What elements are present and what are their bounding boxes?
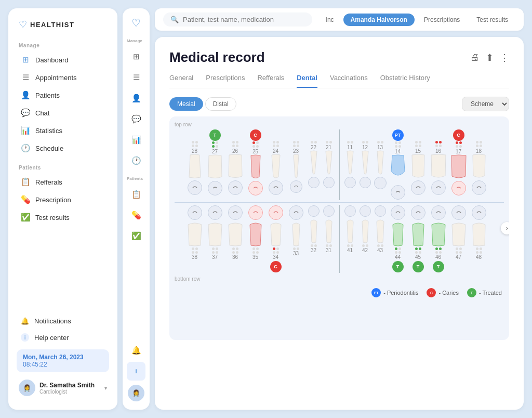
tooth-circle-36[interactable] xyxy=(228,205,243,220)
badge-44: T xyxy=(392,261,404,272)
tooth-circle-47[interactable] xyxy=(451,205,466,220)
tooth-circle-31[interactable] xyxy=(323,205,335,217)
tooth-circle-23[interactable] xyxy=(290,180,302,193)
topbar-tab-test-results[interactable]: Test results xyxy=(469,14,515,26)
more-icon[interactable]: ⋮ xyxy=(500,52,509,63)
icon-sidebar-help-btn[interactable]: i xyxy=(127,362,145,381)
user-profile[interactable]: 👩‍⚕️ Dr. Samatha Smith Cardiologist ▾ xyxy=(17,376,109,399)
topbar-tab-prescriptions[interactable]: Prescriptions xyxy=(417,14,467,26)
tooth-15 xyxy=(409,154,427,180)
sidebar-item-chat[interactable]: 💬 Chat xyxy=(17,104,109,121)
tooth-num-22: 22 xyxy=(311,145,316,150)
sidebar-item-dashboard[interactable]: ⊞ Dashboard xyxy=(17,51,109,68)
tooth-num-31: 31 xyxy=(326,247,331,253)
sidebar-item-statistics[interactable]: 📊 Statistics xyxy=(17,122,109,139)
time-text: 08:45:22 xyxy=(23,361,103,368)
sidebar-notifications[interactable]: 🔔 Notifications xyxy=(17,314,109,329)
icon-sidebar-refferals[interactable]: 📋 xyxy=(127,185,145,204)
tooth-circle-16[interactable] xyxy=(431,180,446,195)
badge-25: C xyxy=(250,129,261,141)
tooth-circle-21[interactable] xyxy=(323,177,335,188)
search-input[interactable] xyxy=(183,16,305,23)
topbar-tab-inc[interactable]: Inc xyxy=(318,14,341,26)
topbar-tab-patient[interactable]: Amanda Halvorson xyxy=(343,14,415,26)
tooth-circle-28[interactable] xyxy=(188,180,202,195)
tooth-circle-17[interactable] xyxy=(451,181,466,195)
tooth-circle-34[interactable] xyxy=(269,205,283,220)
tooth-43 xyxy=(373,217,388,243)
sidebar-item-patients[interactable]: 👤 Patients xyxy=(17,87,109,103)
tooth-circle-48[interactable] xyxy=(472,205,486,220)
tab-prescriptions[interactable]: Prescriptions xyxy=(206,74,245,88)
sidebar-item-schedule[interactable]: 🕐 Schedule xyxy=(17,140,109,156)
tooth-circle-43[interactable] xyxy=(375,205,386,217)
sidebar-item-label: Refferals xyxy=(35,178,62,186)
tooth-circle-11[interactable] xyxy=(344,177,356,188)
tooth-circle-41[interactable] xyxy=(344,205,356,217)
icon-sidebar: ♡ Manage ⊞ ☰ 👤 💬 📊 🕐 Patients 📋 💊 ✅ 🔔 i … xyxy=(123,8,150,410)
tooth-circle-14[interactable] xyxy=(391,185,405,200)
icon-sidebar-patients[interactable]: 👤 xyxy=(127,89,145,108)
tab-dental[interactable]: Dental xyxy=(297,74,317,88)
tooth-circle-12[interactable] xyxy=(360,177,371,188)
tab-refferals[interactable]: Refferals xyxy=(257,74,284,88)
chat-icon: 💬 xyxy=(21,108,30,117)
tooth-num-11: 11 xyxy=(347,145,353,150)
tooth-circle-22[interactable] xyxy=(308,177,320,188)
tooth-circle-38[interactable] xyxy=(188,205,202,220)
icon-sidebar-chat[interactable]: 💬 xyxy=(127,110,145,128)
icon-sidebar-notifications-btn[interactable]: 🔔 xyxy=(127,341,145,360)
tooth-44 xyxy=(389,220,407,246)
tooth-num-45: 45 xyxy=(415,254,421,260)
icon-sidebar-test-results[interactable]: ✅ xyxy=(127,227,145,245)
tooth-view-buttons: Mesial Distal xyxy=(169,97,236,111)
distal-view-btn[interactable]: Distal xyxy=(205,97,236,111)
icon-sidebar-schedule[interactable]: 🕐 xyxy=(127,151,145,170)
tooth-circle-37[interactable] xyxy=(208,205,222,220)
tooth-circle-33[interactable] xyxy=(289,205,303,220)
tooth-circle-26[interactable] xyxy=(228,180,243,195)
tab-obstetric[interactable]: Obstetric History xyxy=(380,74,430,88)
tooth-circle-18[interactable] xyxy=(472,180,486,195)
icon-check: ✅ xyxy=(131,231,141,241)
tooth-13 xyxy=(373,150,388,176)
tooth-circle-24[interactable] xyxy=(269,180,283,195)
icon-sidebar-appointments[interactable]: ☰ xyxy=(127,68,145,87)
tooth-circle-42[interactable] xyxy=(360,205,371,217)
tooth-circle-15[interactable] xyxy=(411,180,425,195)
sidebar-help-center[interactable]: i Help center xyxy=(17,330,109,345)
mesial-view-btn[interactable]: Mesial xyxy=(169,97,203,111)
icon-sidebar-statistics[interactable]: 📊 xyxy=(127,130,145,149)
tooth-circle-45[interactable] xyxy=(411,205,425,220)
print-icon[interactable]: 🖨 xyxy=(470,52,480,63)
badge-45: T xyxy=(413,261,424,272)
main-content: 🔍 Inc Amanda Halvorson Prescriptions Tes… xyxy=(150,0,532,418)
icon-sidebar-dashboard[interactable]: ⊞ xyxy=(127,47,145,66)
search-box[interactable]: 🔍 xyxy=(163,12,312,27)
legend-t: T - Treated xyxy=(467,288,502,297)
tab-vaccinations[interactable]: Vaccinations xyxy=(330,74,368,88)
sidebar-item-prescription[interactable]: 💊 Prescription xyxy=(17,191,109,208)
scheme-select[interactable]: Scheme xyxy=(462,97,509,111)
sidebar-item-appointments[interactable]: ☰ Appointments xyxy=(17,69,109,86)
tooth-circle-13[interactable] xyxy=(374,177,387,189)
tooth-circle-35[interactable] xyxy=(248,205,263,220)
heart-icon: ♡ xyxy=(131,17,141,29)
sidebar-item-test-results[interactable]: ✅ Test results xyxy=(17,209,109,226)
icon-sidebar-prescription[interactable]: 💊 xyxy=(127,206,145,225)
sidebar-item-refferals[interactable]: 📋 Refferals xyxy=(17,174,109,190)
tooth-num-16: 16 xyxy=(435,148,441,154)
tooth-circle-25[interactable] xyxy=(248,181,263,195)
export-icon[interactable]: ⬆ xyxy=(486,52,494,63)
tooth-46 xyxy=(430,220,447,246)
tab-general[interactable]: General xyxy=(169,74,193,88)
tooth-circle-32[interactable] xyxy=(308,205,320,217)
legend-pt-badge: PT xyxy=(371,288,381,297)
tooth-31 xyxy=(323,217,335,243)
tooth-circle-46[interactable] xyxy=(431,205,446,220)
tooth-num-28: 28 xyxy=(192,148,197,154)
tooth-circle-27[interactable] xyxy=(208,181,222,195)
tooth-num-48: 48 xyxy=(476,254,482,260)
notifications-icon: 🔔 xyxy=(21,317,29,325)
tooth-circle-44[interactable] xyxy=(391,205,405,220)
